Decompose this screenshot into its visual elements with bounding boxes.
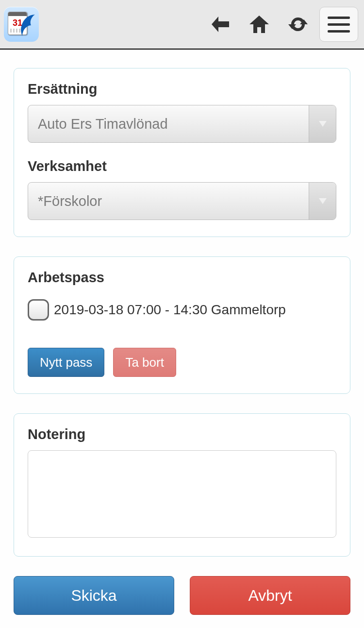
submit-button[interactable]: Skicka: [14, 576, 174, 615]
hamburger-icon: [328, 17, 350, 19]
refresh-icon: [288, 15, 308, 34]
refresh-button[interactable]: [279, 7, 317, 42]
verksamhet-value: *Förskolor: [38, 193, 102, 209]
shift-item: 2019-03-18 07:00 - 14:30 Gammeltorp: [28, 299, 336, 321]
new-shift-button[interactable]: Nytt pass: [28, 348, 104, 377]
cancel-button[interactable]: Avbryt: [190, 576, 350, 615]
notering-input[interactable]: [28, 450, 336, 538]
chevron-down-icon: [309, 183, 336, 220]
shift-checkbox[interactable]: [28, 299, 49, 321]
page-body: Ersättning Auto Ers Timavlönad Verksamhe…: [0, 50, 364, 557]
ersattning-select[interactable]: Auto Ers Timavlönad: [28, 105, 336, 143]
ersattning-value: Auto Ers Timavlönad: [38, 116, 168, 132]
home-icon: [248, 14, 270, 35]
notering-label: Notering: [28, 426, 336, 442]
ersattning-label: Ersättning: [28, 81, 336, 97]
chevron-down-icon: [309, 105, 336, 142]
verksamhet-select[interactable]: *Förskolor: [28, 182, 336, 220]
shifts-card: Arbetspass 2019-03-18 07:00 - 14:30 Gamm…: [14, 256, 350, 394]
shift-text: 2019-03-18 07:00 - 14:30 Gammeltorp: [54, 302, 286, 318]
dolphin-icon: [18, 14, 36, 37]
arbetspass-label: Arbetspass: [28, 270, 336, 286]
delete-shift-button[interactable]: Ta bort: [113, 348, 176, 377]
arrow-left-icon: [210, 14, 231, 35]
verksamhet-label: Verksamhet: [28, 158, 336, 174]
menu-button[interactable]: [319, 7, 358, 42]
compensation-card: Ersättning Auto Ers Timavlönad Verksamhe…: [14, 68, 350, 237]
note-card: Notering: [14, 413, 350, 557]
home-button[interactable]: [240, 7, 279, 42]
back-button[interactable]: [201, 7, 240, 42]
app-header: 31: [0, 0, 364, 50]
app-logo[interactable]: 31: [4, 7, 39, 42]
footer-actions: Skicka Avbryt: [0, 576, 364, 615]
